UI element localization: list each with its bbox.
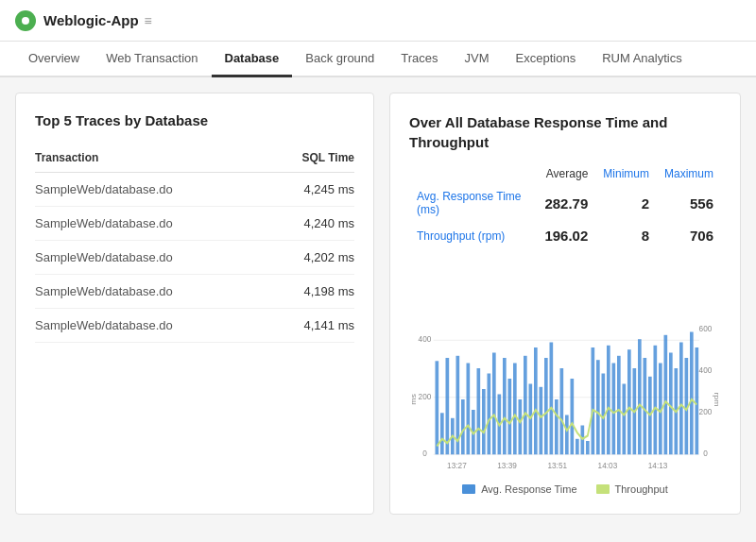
traces-table: Transaction SQL Time SampleWeb/database.…: [35, 144, 354, 343]
svg-text:14:13: 14:13: [648, 460, 668, 470]
svg-rect-61: [664, 335, 668, 455]
svg-text:400: 400: [419, 334, 432, 345]
nav-background[interactable]: Back ground: [292, 42, 387, 77]
transaction-cell: SampleWeb/database.do: [35, 309, 266, 343]
svg-text:ms: ms: [410, 394, 418, 405]
svg-rect-66: [690, 332, 694, 455]
col-transaction: Transaction: [35, 144, 266, 173]
svg-text:14:03: 14:03: [598, 460, 618, 470]
stats-col-label: [409, 163, 537, 184]
sql-time-cell: 4,245 ms: [266, 173, 354, 207]
svg-rect-18: [440, 413, 444, 454]
sql-time-cell: 4,141 ms: [266, 309, 354, 343]
svg-rect-31: [508, 379, 512, 454]
svg-text:rpm: rpm: [713, 392, 720, 406]
table-row[interactable]: SampleWeb/database.do4,240 ms: [35, 207, 354, 241]
svg-text:13:27: 13:27: [447, 460, 467, 470]
svg-rect-50: [607, 346, 610, 455]
chart-svg: 0 200 400 ms 0 200 400 600 rpm 13:27 13:…: [409, 264, 721, 472]
table-row[interactable]: SampleWeb/database.do4,141 ms: [35, 309, 354, 343]
nav-bar: Overview Web Transaction Database Back g…: [0, 42, 756, 77]
sql-time-cell: 4,240 ms: [266, 207, 354, 241]
stats-min: 2: [595, 184, 657, 222]
stats-label: Throughput (rpm): [409, 222, 537, 249]
app-title: Weblogic-App: [43, 12, 139, 28]
nav-web-transaction[interactable]: Web Transaction: [93, 42, 211, 77]
svg-text:13:51: 13:51: [547, 460, 567, 470]
legend-response-time: Avg. Response Time: [462, 483, 576, 495]
svg-text:0: 0: [422, 449, 427, 459]
legend-response-time-label: Avg. Response Time: [481, 483, 576, 495]
svg-rect-36: [534, 347, 538, 454]
stats-average: 196.02: [537, 222, 595, 249]
svg-text:400: 400: [699, 365, 713, 376]
svg-rect-62: [669, 353, 673, 455]
legend-response-time-color: [462, 484, 475, 494]
stats-max: 556: [657, 184, 721, 222]
svg-rect-44: [576, 439, 579, 455]
right-panel-title: Over All Database Response Time and Thro…: [409, 112, 721, 152]
legend-throughput: Throughput: [596, 483, 668, 495]
transaction-cell: SampleWeb/database.do: [35, 173, 266, 207]
right-panel: Over All Database Response Time and Thro…: [389, 93, 741, 515]
stats-col-average: Average: [537, 163, 595, 184]
svg-rect-47: [592, 347, 595, 454]
svg-rect-53: [623, 384, 627, 455]
svg-rect-25: [477, 368, 481, 454]
svg-rect-30: [503, 358, 507, 454]
legend-throughput-label: Throughput: [615, 483, 668, 495]
left-panel-title: Top 5 Traces by Database: [35, 112, 354, 128]
svg-rect-38: [544, 358, 548, 454]
table-row[interactable]: SampleWeb/database.do4,198 ms: [35, 275, 354, 309]
svg-rect-32: [513, 364, 517, 455]
svg-rect-41: [560, 368, 564, 454]
nav-overview[interactable]: Overview: [15, 42, 93, 77]
svg-rect-52: [617, 356, 621, 455]
left-panel: Top 5 Traces by Database Transaction SQL…: [15, 93, 374, 515]
chart-legend: Avg. Response Time Throughput: [409, 483, 721, 495]
svg-rect-42: [565, 415, 569, 455]
table-row[interactable]: SampleWeb/database.do4,245 ms: [35, 173, 354, 207]
stats-col-maximum: Maximum: [657, 163, 721, 184]
svg-rect-39: [550, 343, 554, 455]
svg-text:200: 200: [419, 391, 432, 401]
svg-rect-51: [612, 364, 616, 455]
svg-rect-26: [482, 389, 486, 454]
svg-rect-34: [524, 356, 527, 455]
col-sql-time: SQL Time: [266, 144, 354, 173]
svg-rect-43: [571, 379, 575, 454]
stats-row: Throughput (rpm)196.028706: [409, 222, 721, 249]
menu-icon[interactable]: ≡: [145, 13, 152, 28]
nav-database[interactable]: Database: [212, 42, 293, 77]
svg-rect-33: [519, 399, 523, 454]
stats-average: 282.79: [537, 184, 595, 222]
svg-rect-67: [696, 347, 699, 454]
svg-rect-27: [488, 374, 491, 455]
chart-container: 0 200 400 ms 0 200 400 600 rpm 13:27 13:…: [409, 264, 721, 472]
app-icon: [15, 10, 36, 31]
transaction-cell: SampleWeb/database.do: [35, 275, 266, 309]
stats-min: 8: [595, 222, 657, 249]
table-row[interactable]: SampleWeb/database.do4,202 ms: [35, 241, 354, 275]
nav-traces[interactable]: Traces: [387, 42, 451, 77]
svg-rect-46: [586, 441, 590, 454]
svg-rect-22: [461, 399, 465, 454]
nav-exceptions[interactable]: Exceptions: [503, 42, 590, 77]
svg-rect-54: [627, 349, 631, 454]
svg-rect-37: [540, 387, 543, 455]
svg-rect-56: [638, 339, 642, 454]
nav-rum-analytics[interactable]: RUM Analytics: [589, 42, 696, 77]
stats-table: Average Minimum Maximum Avg. Response Ti…: [409, 163, 721, 249]
transaction-cell: SampleWeb/database.do: [35, 207, 266, 241]
svg-rect-23: [467, 364, 471, 455]
svg-text:0: 0: [703, 449, 708, 459]
svg-rect-28: [492, 353, 496, 455]
stats-max: 706: [657, 222, 721, 249]
svg-text:200: 200: [699, 407, 713, 417]
stats-label: Avg. Response Time (ms): [409, 184, 537, 222]
sql-time-cell: 4,202 ms: [266, 241, 354, 275]
nav-jvm[interactable]: JVM: [452, 42, 503, 77]
svg-rect-59: [654, 346, 658, 455]
main-content: Top 5 Traces by Database Transaction SQL…: [0, 77, 756, 530]
svg-text:13:39: 13:39: [497, 460, 517, 470]
